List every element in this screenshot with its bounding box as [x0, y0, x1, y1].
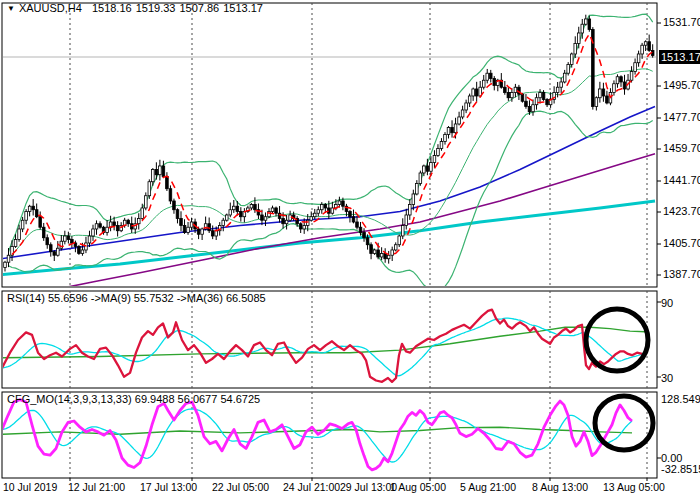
- chart-svg: [0, 0, 700, 500]
- symbol-label: XAUUSD,H4: [19, 2, 82, 14]
- ohlc-high: 1519.33: [136, 2, 176, 14]
- price-axis-label: 1531.70: [663, 16, 700, 28]
- price-axis-label: 1495.70: [663, 79, 700, 91]
- price-axis-label: 1441.70: [663, 174, 700, 186]
- ohlc-open: 1518.16: [92, 2, 132, 14]
- cfo-line: [2, 400, 632, 470]
- time-axis-label: 8 Aug 13:00: [532, 481, 588, 493]
- time-axis-label: 5 Aug 21:00: [460, 481, 516, 493]
- current-price-box: 1513.17: [659, 50, 700, 64]
- price-axis-label: 1423.70: [663, 205, 700, 217]
- rsi-panel-frame: [2, 291, 657, 388]
- cfo-level-label: -32.8515: [661, 463, 700, 475]
- symbol-dropdown-icon: ▼: [7, 4, 15, 13]
- ohlc-close: 1513.17: [223, 2, 263, 14]
- price-axis-label: 1459.70: [663, 142, 700, 154]
- time-axis-label: 1 Aug 05:00: [390, 481, 446, 493]
- time-axis-label: 24 Jul 21:00: [283, 481, 340, 493]
- main-chart-layer: [2, 14, 657, 291]
- price-axis-label: 1477.70: [663, 111, 700, 123]
- time-axis-label: 22 Jul 05:00: [212, 481, 269, 493]
- ohlc-low: 1507.86: [179, 2, 219, 14]
- time-axis-label: 13 Aug 05:00: [603, 481, 665, 493]
- time-axis-label: 29 Jul 13:00: [340, 481, 397, 493]
- price-axis-label: 1405.70: [663, 237, 700, 249]
- red-dashed-ma-line: [12, 34, 653, 255]
- cfo-panel-title: CFG_MO(14,3,9,3,13,33) 69.9488 56.0677 5…: [7, 393, 260, 405]
- cfo-highlight-circle: [595, 396, 653, 450]
- price-axis-label: 1387.70: [663, 268, 700, 280]
- time-axis-label: 10 Jul 2019: [3, 481, 57, 493]
- rsi-level-label: 30: [661, 372, 673, 384]
- time-axis-label: 12 Jul 21:00: [68, 481, 125, 493]
- cfo-layer: [2, 400, 632, 470]
- chart-ohlc-header: ▼XAUUSD,H41518.161519.331507.861513.17: [7, 2, 267, 14]
- cfo-level-label: 128.5497: [661, 393, 700, 405]
- time-axis-label: 17 Jul 13:00: [140, 481, 197, 493]
- rsi-panel-title: RSI(14) 55.6596 ->MA(9) 55.7532 ->MA(36)…: [7, 292, 266, 304]
- rsi-line: [2, 310, 642, 382]
- rsi-level-label: 90: [661, 297, 673, 309]
- cfo-cyan-ma-line: [2, 409, 632, 462]
- chart-canvas[interactable]: [0, 0, 700, 500]
- mt4-chart-window[interactable]: ▼XAUUSD,H41518.161519.331507.861513.17 R…: [0, 0, 700, 500]
- rsi-highlight-circle: [586, 309, 648, 371]
- rsi-layer: [2, 310, 645, 382]
